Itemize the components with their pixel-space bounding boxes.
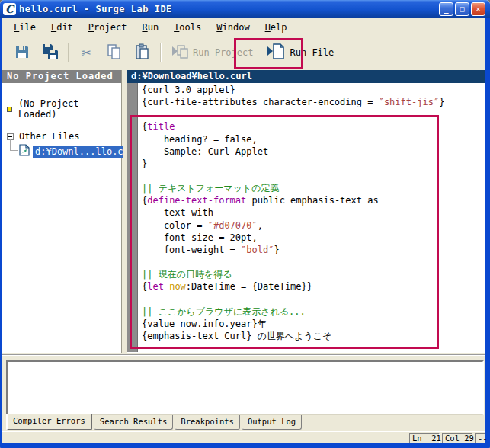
code-area[interactable]: {curl 3.0 applet}{curl-file-attributes c… <box>142 84 484 351</box>
window-frame-bottom <box>0 443 490 448</box>
menu-edit[interactable]: Edit <box>44 21 80 34</box>
cut-button[interactable]: ✂ <box>74 40 98 65</box>
paste-clipboard-icon <box>134 43 151 62</box>
project-tree: (No Project Loaded) Other Files d:¥Downl… <box>2 83 121 352</box>
window-frame-right <box>485 18 490 448</box>
tree-connector <box>10 139 11 150</box>
menu-file[interactable]: File <box>7 21 43 34</box>
tree-connector <box>10 150 18 151</box>
tree-item-other-files[interactable]: Other Files <box>7 131 79 142</box>
paste-button[interactable] <box>130 40 155 65</box>
project-panel-header: No Project Loaded <box>2 70 121 83</box>
output-panel[interactable] <box>6 360 484 415</box>
menu-run[interactable]: Run <box>135 21 165 34</box>
ide-window: C hello.curl - Surge Lab IDE _ □ ✕ File … <box>0 0 490 448</box>
run-file-button[interactable]: Run File <box>261 40 338 65</box>
save-all-button[interactable] <box>38 40 62 65</box>
copy-button[interactable] <box>102 40 127 65</box>
tab-breakpoints[interactable]: Breakpoints <box>175 415 240 430</box>
toolbar-separator <box>68 43 69 62</box>
editor-gutter <box>127 83 138 352</box>
code-lines: {curl 3.0 applet}{curl-file-attributes c… <box>142 84 484 342</box>
save-button[interactable] <box>10 40 34 65</box>
close-button[interactable]: ✕ <box>471 2 485 16</box>
status-resize-grip: -- <box>475 433 485 443</box>
menu-tools[interactable]: Tools <box>167 21 208 34</box>
run-project-button: Run Project <box>166 40 258 65</box>
menu-window[interactable]: Window <box>210 21 256 34</box>
status-bar: Ln 21 Col 29 -- <box>2 431 485 443</box>
toolbar-separator <box>160 43 162 62</box>
menu-bar: File Edit Project Run Tools Window Help <box>2 19 485 35</box>
cut-scissors-icon: ✂ <box>82 45 91 61</box>
status-column-indicator: Col 29 <box>442 433 472 443</box>
horizontal-splitter[interactable] <box>2 354 485 356</box>
bottom-tab-strip: Compiler Errors Search Results Breakpoin… <box>6 415 303 430</box>
save-all-floppy-icon <box>41 43 59 63</box>
save-floppy-icon <box>14 43 30 62</box>
tree-item-no-project[interactable]: (No Project Loaded) <box>7 98 121 120</box>
tab-compiler-errors[interactable]: Compiler Errors <box>6 414 92 430</box>
copy-pages-icon <box>106 43 123 62</box>
tab-output-log[interactable]: Output Log <box>242 415 302 430</box>
editor-header: d:¥Download¥hello.curl <box>127 70 485 83</box>
maximize-button[interactable]: □ <box>455 2 469 16</box>
toolbar: ✂ Run Project Run File <box>2 35 485 70</box>
run-file-icon <box>266 43 286 63</box>
menu-project[interactable]: Project <box>82 21 134 34</box>
run-project-icon <box>171 43 189 62</box>
curl-file-icon <box>19 144 30 158</box>
status-line-indicator: Ln 21 <box>409 433 440 443</box>
project-panel: No Project Loaded (No Project Loaded) Ot… <box>2 70 122 353</box>
editor-panel: d:¥Download¥hello.curl {curl 3.0 applet}… <box>127 70 485 353</box>
curl-logo-icon: C <box>3 3 16 15</box>
run-file-label: Run File <box>290 47 334 58</box>
project-bullet-icon <box>7 107 12 112</box>
minimize-button[interactable]: _ <box>439 2 453 16</box>
menu-help[interactable]: Help <box>258 21 294 34</box>
run-project-label: Run Project <box>193 47 253 58</box>
window-title: hello.curl - Surge Lab IDE <box>19 4 439 14</box>
title-bar[interactable]: C hello.curl - Surge Lab IDE _ □ ✕ <box>0 0 490 18</box>
tab-search-results[interactable]: Search Results <box>94 415 174 430</box>
